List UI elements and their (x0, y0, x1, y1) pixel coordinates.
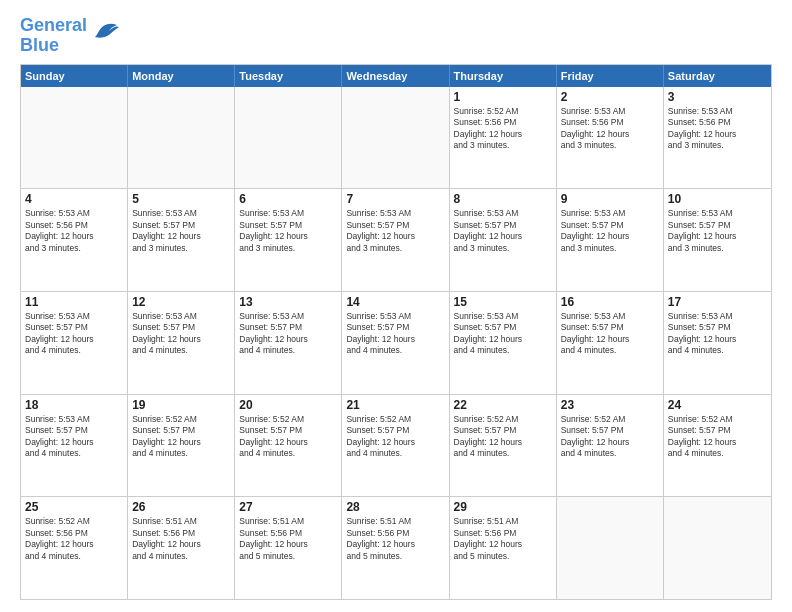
day-info: Sunrise: 5:53 AM Sunset: 5:57 PM Dayligh… (25, 311, 123, 357)
calendar-cell (235, 87, 342, 189)
day-info: Sunrise: 5:53 AM Sunset: 5:57 PM Dayligh… (132, 208, 230, 254)
day-info: Sunrise: 5:52 AM Sunset: 5:56 PM Dayligh… (25, 516, 123, 562)
day-number: 1 (454, 90, 552, 104)
calendar-cell: 12Sunrise: 5:53 AM Sunset: 5:57 PM Dayli… (128, 292, 235, 394)
calendar-week-1: 1Sunrise: 5:52 AM Sunset: 5:56 PM Daylig… (21, 87, 771, 189)
header-day-monday: Monday (128, 65, 235, 87)
calendar-cell (664, 497, 771, 599)
day-info: Sunrise: 5:52 AM Sunset: 5:57 PM Dayligh… (239, 414, 337, 460)
calendar-cell: 13Sunrise: 5:53 AM Sunset: 5:57 PM Dayli… (235, 292, 342, 394)
day-info: Sunrise: 5:53 AM Sunset: 5:57 PM Dayligh… (454, 311, 552, 357)
day-number: 23 (561, 398, 659, 412)
calendar: SundayMondayTuesdayWednesdayThursdayFrid… (20, 64, 772, 600)
calendar-cell: 11Sunrise: 5:53 AM Sunset: 5:57 PM Dayli… (21, 292, 128, 394)
calendar-header: SundayMondayTuesdayWednesdayThursdayFrid… (21, 65, 771, 87)
calendar-cell: 8Sunrise: 5:53 AM Sunset: 5:57 PM Daylig… (450, 189, 557, 291)
day-info: Sunrise: 5:53 AM Sunset: 5:57 PM Dayligh… (561, 208, 659, 254)
day-number: 27 (239, 500, 337, 514)
day-info: Sunrise: 5:53 AM Sunset: 5:57 PM Dayligh… (346, 311, 444, 357)
day-info: Sunrise: 5:52 AM Sunset: 5:57 PM Dayligh… (561, 414, 659, 460)
calendar-cell: 18Sunrise: 5:53 AM Sunset: 5:57 PM Dayli… (21, 395, 128, 497)
day-info: Sunrise: 5:53 AM Sunset: 5:57 PM Dayligh… (454, 208, 552, 254)
calendar-cell: 4Sunrise: 5:53 AM Sunset: 5:56 PM Daylig… (21, 189, 128, 291)
day-number: 9 (561, 192, 659, 206)
day-info: Sunrise: 5:53 AM Sunset: 5:57 PM Dayligh… (668, 311, 767, 357)
calendar-week-3: 11Sunrise: 5:53 AM Sunset: 5:57 PM Dayli… (21, 291, 771, 394)
day-info: Sunrise: 5:53 AM Sunset: 5:57 PM Dayligh… (668, 208, 767, 254)
logo-text: GeneralBlue (20, 16, 87, 56)
calendar-cell: 16Sunrise: 5:53 AM Sunset: 5:57 PM Dayli… (557, 292, 664, 394)
day-info: Sunrise: 5:53 AM Sunset: 5:57 PM Dayligh… (561, 311, 659, 357)
day-number: 26 (132, 500, 230, 514)
day-info: Sunrise: 5:51 AM Sunset: 5:56 PM Dayligh… (346, 516, 444, 562)
day-number: 22 (454, 398, 552, 412)
header-day-saturday: Saturday (664, 65, 771, 87)
calendar-cell: 25Sunrise: 5:52 AM Sunset: 5:56 PM Dayli… (21, 497, 128, 599)
calendar-cell: 21Sunrise: 5:52 AM Sunset: 5:57 PM Dayli… (342, 395, 449, 497)
day-info: Sunrise: 5:53 AM Sunset: 5:56 PM Dayligh… (561, 106, 659, 152)
day-info: Sunrise: 5:53 AM Sunset: 5:56 PM Dayligh… (25, 208, 123, 254)
day-number: 8 (454, 192, 552, 206)
day-info: Sunrise: 5:53 AM Sunset: 5:57 PM Dayligh… (132, 311, 230, 357)
calendar-cell: 24Sunrise: 5:52 AM Sunset: 5:57 PM Dayli… (664, 395, 771, 497)
calendar-cell (128, 87, 235, 189)
logo-bird-icon (89, 17, 121, 45)
calendar-cell: 3Sunrise: 5:53 AM Sunset: 5:56 PM Daylig… (664, 87, 771, 189)
calendar-body: 1Sunrise: 5:52 AM Sunset: 5:56 PM Daylig… (21, 87, 771, 599)
day-number: 13 (239, 295, 337, 309)
calendar-cell: 5Sunrise: 5:53 AM Sunset: 5:57 PM Daylig… (128, 189, 235, 291)
day-number: 14 (346, 295, 444, 309)
calendar-cell (21, 87, 128, 189)
day-number: 19 (132, 398, 230, 412)
day-number: 6 (239, 192, 337, 206)
calendar-cell: 9Sunrise: 5:53 AM Sunset: 5:57 PM Daylig… (557, 189, 664, 291)
header-day-sunday: Sunday (21, 65, 128, 87)
day-number: 25 (25, 500, 123, 514)
calendar-cell: 6Sunrise: 5:53 AM Sunset: 5:57 PM Daylig… (235, 189, 342, 291)
day-info: Sunrise: 5:53 AM Sunset: 5:56 PM Dayligh… (668, 106, 767, 152)
day-number: 12 (132, 295, 230, 309)
day-info: Sunrise: 5:51 AM Sunset: 5:56 PM Dayligh… (239, 516, 337, 562)
day-number: 10 (668, 192, 767, 206)
day-info: Sunrise: 5:51 AM Sunset: 5:56 PM Dayligh… (132, 516, 230, 562)
day-number: 5 (132, 192, 230, 206)
day-info: Sunrise: 5:52 AM Sunset: 5:57 PM Dayligh… (346, 414, 444, 460)
day-number: 28 (346, 500, 444, 514)
page: GeneralBlue SundayMondayTuesdayWednesday… (0, 0, 792, 612)
header-day-tuesday: Tuesday (235, 65, 342, 87)
calendar-cell: 29Sunrise: 5:51 AM Sunset: 5:56 PM Dayli… (450, 497, 557, 599)
day-number: 21 (346, 398, 444, 412)
day-info: Sunrise: 5:52 AM Sunset: 5:56 PM Dayligh… (454, 106, 552, 152)
calendar-cell: 20Sunrise: 5:52 AM Sunset: 5:57 PM Dayli… (235, 395, 342, 497)
calendar-cell (557, 497, 664, 599)
calendar-cell (342, 87, 449, 189)
calendar-cell: 22Sunrise: 5:52 AM Sunset: 5:57 PM Dayli… (450, 395, 557, 497)
day-number: 17 (668, 295, 767, 309)
calendar-cell: 27Sunrise: 5:51 AM Sunset: 5:56 PM Dayli… (235, 497, 342, 599)
calendar-week-4: 18Sunrise: 5:53 AM Sunset: 5:57 PM Dayli… (21, 394, 771, 497)
day-info: Sunrise: 5:53 AM Sunset: 5:57 PM Dayligh… (346, 208, 444, 254)
day-number: 29 (454, 500, 552, 514)
day-info: Sunrise: 5:52 AM Sunset: 5:57 PM Dayligh… (454, 414, 552, 460)
day-number: 15 (454, 295, 552, 309)
calendar-cell: 19Sunrise: 5:52 AM Sunset: 5:57 PM Dayli… (128, 395, 235, 497)
calendar-week-5: 25Sunrise: 5:52 AM Sunset: 5:56 PM Dayli… (21, 496, 771, 599)
calendar-week-2: 4Sunrise: 5:53 AM Sunset: 5:56 PM Daylig… (21, 188, 771, 291)
calendar-cell: 10Sunrise: 5:53 AM Sunset: 5:57 PM Dayli… (664, 189, 771, 291)
header: GeneralBlue (20, 16, 772, 56)
day-number: 11 (25, 295, 123, 309)
calendar-cell: 1Sunrise: 5:52 AM Sunset: 5:56 PM Daylig… (450, 87, 557, 189)
calendar-cell: 28Sunrise: 5:51 AM Sunset: 5:56 PM Dayli… (342, 497, 449, 599)
day-number: 3 (668, 90, 767, 104)
day-info: Sunrise: 5:53 AM Sunset: 5:57 PM Dayligh… (239, 311, 337, 357)
day-info: Sunrise: 5:52 AM Sunset: 5:57 PM Dayligh… (668, 414, 767, 460)
calendar-cell: 26Sunrise: 5:51 AM Sunset: 5:56 PM Dayli… (128, 497, 235, 599)
calendar-cell: 17Sunrise: 5:53 AM Sunset: 5:57 PM Dayli… (664, 292, 771, 394)
day-number: 18 (25, 398, 123, 412)
calendar-cell: 14Sunrise: 5:53 AM Sunset: 5:57 PM Dayli… (342, 292, 449, 394)
calendar-cell: 2Sunrise: 5:53 AM Sunset: 5:56 PM Daylig… (557, 87, 664, 189)
day-info: Sunrise: 5:53 AM Sunset: 5:57 PM Dayligh… (239, 208, 337, 254)
day-number: 16 (561, 295, 659, 309)
logo: GeneralBlue (20, 16, 121, 56)
day-info: Sunrise: 5:53 AM Sunset: 5:57 PM Dayligh… (25, 414, 123, 460)
